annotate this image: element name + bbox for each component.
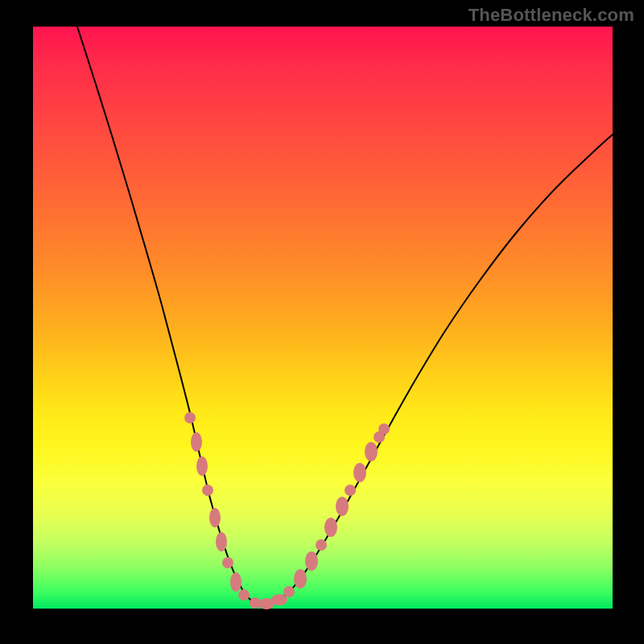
data-marker [283,586,295,597]
data-marker [294,569,307,588]
bottleneck-curve [77,27,613,605]
data-marker [316,539,327,551]
data-marker [222,557,233,568]
data-marker [230,572,242,592]
data-marker [353,463,366,482]
data-marker [378,423,390,435]
marker-group [184,412,390,609]
data-marker [365,442,378,461]
watermark-text: TheBottleneck.com [469,5,634,26]
data-marker [196,456,208,476]
data-marker [184,412,196,423]
data-marker [324,518,337,537]
data-marker [345,485,356,496]
curve-overlay [33,27,613,609]
data-marker [336,497,349,516]
data-marker [238,589,250,601]
data-marker [191,432,202,452]
data-marker [209,508,221,527]
data-marker [271,594,287,605]
data-marker [216,532,227,551]
data-marker [202,485,213,496]
chart-stage: TheBottleneck.com [0,0,644,644]
data-marker [305,551,318,571]
